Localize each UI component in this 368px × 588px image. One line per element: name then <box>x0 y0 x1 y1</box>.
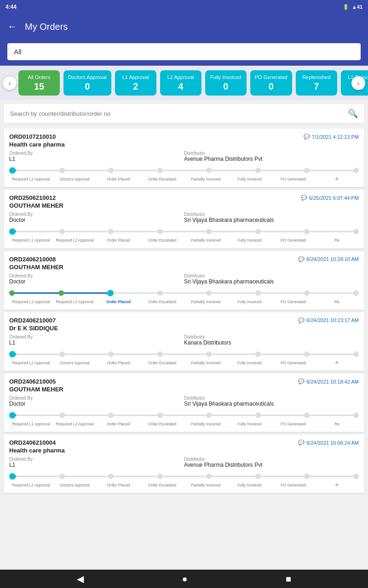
ordered-by-col: Ordered By Doctor <box>9 273 184 285</box>
track-dot-3 <box>157 168 163 173</box>
track-label-4: Partially Invoiced <box>184 177 228 181</box>
track-dot-5 <box>255 290 261 296</box>
page-title: My Orders <box>25 22 68 32</box>
order-meta: Ordered By Doctor Distributor Sri Vijaya… <box>9 273 359 285</box>
tab-item-4[interactable]: Fully Invoiced 0 <box>205 70 247 96</box>
track-dot-0 <box>9 228 16 235</box>
order-card-1[interactable]: ORD2506210012 💬 6/25/2021 6:07:44 PM GOU… <box>4 190 364 248</box>
track-label-5: Fully Invoiced <box>228 422 271 426</box>
track-dot-2 <box>108 413 114 418</box>
ordered-by-value: Doctor <box>9 278 184 285</box>
ordered-by-value: L1 <box>9 462 184 468</box>
tab-count: 0 <box>68 81 107 92</box>
tab-count: 7 <box>300 81 333 92</box>
progress-track: Required L1 ApprovalRequired L2 Approval… <box>9 411 359 426</box>
tab-item-3[interactable]: L2 Approval 4 <box>160 70 201 96</box>
ordered-by-value: L1 <box>9 156 184 162</box>
track-label-1: Required L2 Approval <box>53 300 97 304</box>
track-label-6: PO Generated <box>271 238 315 243</box>
order-name: GOUTHAM MEHER <box>9 386 359 393</box>
track-label-5: Fully Invoiced <box>228 361 271 365</box>
track-label-7: R <box>315 361 359 365</box>
track-label-0: Required L1 Approval <box>9 238 53 243</box>
progress-track: Required L2 ApprovalDoctors ApprovalOrde… <box>9 166 359 181</box>
track-dot-7 <box>353 168 359 173</box>
track-dot-5 <box>255 351 261 357</box>
ordered-by-col: Ordered By L1 <box>9 151 184 162</box>
search-input[interactable] <box>10 110 348 117</box>
track-line-container <box>9 411 359 420</box>
track-dot-6 <box>304 474 310 479</box>
nav-home-button[interactable]: ● <box>172 570 196 588</box>
track-dot-2 <box>108 168 114 173</box>
track-dot-5 <box>255 229 261 234</box>
tab-item-1[interactable]: Doctors Approval 0 <box>63 70 111 96</box>
track-dot-0 <box>9 290 15 296</box>
distributor-value: Kanara Distributors <box>184 339 359 346</box>
track-dot-3 <box>157 413 163 418</box>
nav-back-button[interactable]: ◀ <box>68 570 93 588</box>
chat-icon: 💬 <box>298 440 305 446</box>
track-dot-6 <box>304 168 310 173</box>
chat-icon: 💬 <box>298 256 305 262</box>
progress-track: Required L2 ApprovalDoctors ApprovalOrde… <box>9 350 359 365</box>
track-line-container <box>9 350 359 359</box>
track-dot-4 <box>206 413 212 418</box>
order-id: ORD0107210010 <box>9 133 56 140</box>
track-label-2: Order Placed <box>97 238 140 243</box>
battery-icon: 🔋 <box>343 4 349 10</box>
track-labels: Required L1 ApprovalRequired L2 Approval… <box>9 300 359 304</box>
track-dot-0 <box>9 412 16 418</box>
distributor-value: Sri Vijaya Bhaskara pharmaceuticals <box>184 278 359 285</box>
order-name: Health care pharma <box>9 447 359 454</box>
order-id: ORD2406210005 <box>9 378 56 385</box>
tab-item-6[interactable]: Replenished 7 <box>296 70 337 96</box>
order-card-3[interactable]: ORD2406210007 💬 6/24/2021 10:23:17 AM Dr… <box>4 312 364 371</box>
order-card-5[interactable]: ORD2406210004 💬 6/24/2021 10:06:24 AM He… <box>4 435 364 493</box>
track-label-6: PO Generated <box>271 422 315 426</box>
back-button[interactable]: ← <box>7 21 17 33</box>
track-dot-0 <box>9 351 16 357</box>
nav-recent-button[interactable]: ■ <box>276 570 300 588</box>
track-label-3: Order Escalated <box>140 238 184 243</box>
filter-input[interactable] <box>7 43 361 60</box>
track-dot-3 <box>157 474 163 479</box>
carousel-right-button[interactable]: › <box>351 76 365 90</box>
status-time: 4:44 <box>6 4 17 10</box>
track-dot-7 <box>353 351 359 357</box>
search-icon: 🔍 <box>348 108 358 119</box>
tab-item-0[interactable]: All Orders 15 <box>18 70 60 96</box>
track-line-container <box>9 227 359 236</box>
track-label-5: Fully Invoiced <box>228 238 271 243</box>
order-card-2[interactable]: ORD2406210008 💬 6/24/2021 10:28:10 AM GO… <box>4 251 364 310</box>
track-dot-4 <box>206 229 212 234</box>
distributor-label: Distributor <box>184 396 359 401</box>
order-name: Dr E K SIDDIQUE <box>9 325 359 332</box>
track-label-7: R <box>315 177 359 181</box>
track-label-3: Order Escalated <box>140 177 184 181</box>
track-dot-4 <box>206 474 212 479</box>
chat-icon: 💬 <box>301 195 307 201</box>
tab-label: L1 Approval <box>120 74 152 80</box>
ordered-by-label: Ordered By <box>9 273 184 278</box>
track-dot-0 <box>9 167 16 174</box>
filter-bar <box>0 40 368 66</box>
order-card-0[interactable]: ORD0107210010 💬 7/1/2021 4:12:13 PM Heal… <box>4 129 364 187</box>
track-label-2: Order Placed <box>97 177 140 181</box>
progress-track: Required L1 ApprovalRequired L2 Approval… <box>9 227 359 243</box>
track-dot-5 <box>255 168 261 173</box>
track-labels: Required L2 ApprovalDoctors ApprovalOrde… <box>9 483 359 487</box>
track-dot-7 <box>353 229 359 234</box>
track-dot-6 <box>304 413 310 418</box>
carousel-left-button[interactable]: ‹ <box>3 76 17 90</box>
order-card-4[interactable]: ORD2406210005 💬 6/24/2021 10:18:42 AM GO… <box>4 373 364 432</box>
track-dot-4 <box>206 351 212 357</box>
tab-count: 0 <box>210 81 242 92</box>
track-label-7: Re <box>315 300 359 304</box>
tabs-scroll: All Orders 15 Doctors Approval 0 L1 Appr… <box>0 70 368 96</box>
distributor-value: Sri Vijaya Bhaskara pharmaceuticals <box>184 217 359 223</box>
tab-item-5[interactable]: PO Generated 0 <box>250 70 292 96</box>
distributor-value: Avenue Pharma Distributors Pvt <box>184 156 359 162</box>
tab-item-2[interactable]: L1 Approval 2 <box>115 70 156 96</box>
tab-count: 0 <box>255 81 288 92</box>
